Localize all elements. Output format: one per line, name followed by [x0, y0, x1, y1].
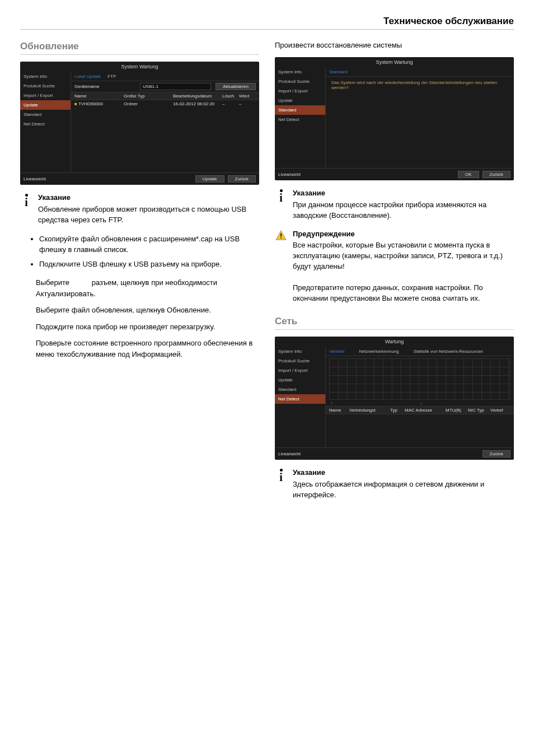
nav-item[interactable]: Import / Export — [275, 366, 325, 375]
confirm-message: Das System wird nach der wiederherstellu… — [331, 80, 508, 90]
info-icon: i — [279, 469, 283, 482]
warning-icon — [275, 230, 287, 240]
nav-item[interactable]: Update — [20, 100, 71, 110]
table-row[interactable]: ■ TVHD80000 Ordner 16-02-2012 08:02:20 –… — [71, 100, 259, 108]
note-title: Указание — [38, 193, 259, 203]
paragraph: Выберите разъем, щелкнув при необходимос… — [20, 277, 259, 299]
nav-item[interactable]: Net Detect — [275, 115, 325, 124]
th: Wied — [239, 94, 256, 99]
tab-standard[interactable]: Standard — [329, 69, 347, 74]
note-block: i Указание Здесь отображается информация… — [275, 468, 514, 501]
folder-icon: ■ — [74, 101, 78, 106]
warning-title: Предупреждение — [293, 229, 514, 240]
table-header: Name Größe Typ Bearbeitungsdatum Lösch W… — [71, 92, 259, 100]
chart-markers: ↑ ↓ — [326, 401, 514, 406]
warning-body: Все настройки, которые Вы установили с м… — [293, 241, 503, 270]
refresh-button[interactable]: Aktualisieren — [216, 83, 256, 90]
page-title: Техническое обслуживание — [20, 16, 514, 30]
info-icon: i — [25, 194, 28, 207]
nav-item[interactable]: System Info — [20, 72, 71, 81]
paragraph: Подождите пока прибор не произведет пере… — [20, 321, 259, 333]
tab-local-update[interactable]: Lokal Update — [74, 74, 101, 79]
intro-text: Произвести восстановление системы — [275, 41, 514, 49]
section-update: Обновление — [20, 41, 259, 55]
nav-item[interactable]: System Info — [275, 67, 325, 77]
note-block: i Указание При данном процессе настройки… — [275, 188, 514, 221]
shot-title: Wartung — [275, 337, 514, 347]
left-column: Обновление System Wartung System Info Pr… — [20, 41, 259, 508]
list-item: Скопируйте файл обновления с расширением… — [39, 234, 259, 255]
nav-item[interactable]: Update — [275, 375, 325, 385]
screenshot-update: System Wartung System Info Protokoll Suc… — [20, 62, 259, 185]
back-button[interactable]: Zurück — [228, 175, 256, 183]
th: Bearbeitungsdatum — [173, 94, 222, 99]
cell: – — [222, 101, 239, 106]
tab-resources[interactable]: Statistik von Netzwerk-Ressourcen — [414, 349, 483, 354]
note-block: i Указание Обновление приборов может про… — [20, 193, 259, 226]
device-label: Gerätename — [74, 84, 140, 89]
th: Name — [329, 408, 349, 413]
th: Name — [74, 94, 124, 99]
nav-item[interactable]: Standard — [275, 105, 325, 115]
upload-icon: ↑ — [330, 401, 332, 406]
shot-nav: System Info Protokoll Suche Import / Exp… — [20, 72, 71, 172]
shot-nav: System Info Protokoll Suche Import / Exp… — [275, 67, 326, 168]
note-body: Обновление приборов может производиться … — [38, 205, 246, 224]
th: Verbindungst — [349, 408, 390, 413]
nav-item[interactable]: Protokoll Suche — [275, 77, 325, 86]
note-title: Указание — [293, 468, 514, 478]
note-title: Указание — [293, 188, 514, 199]
update-button[interactable]: Update — [195, 175, 224, 183]
cell: 16-02-2012 08:02:20 — [173, 101, 222, 106]
svg-rect-1 — [280, 233, 282, 236]
paragraph: Выберите файл обновления, щелкнув Обновл… — [20, 305, 259, 316]
th: MAC Adresse — [405, 408, 446, 413]
screenshot-standard: System Wartung System Info Protokoll Suc… — [275, 57, 514, 180]
nav-item[interactable]: Standard — [275, 385, 325, 394]
tab-traffic[interactable]: Verkehr — [329, 349, 345, 354]
list-item: Подключите USB флешку к USB разъему на п… — [39, 259, 259, 270]
note-body: При данном процессе настройки прибора из… — [293, 200, 486, 220]
th: Größe Typ — [124, 94, 173, 99]
traffic-chart — [329, 358, 510, 400]
nav-item[interactable]: Net Detect — [275, 394, 325, 404]
cell: TVHD80000 — [78, 101, 103, 106]
svg-rect-2 — [280, 237, 282, 239]
tab-netdetect[interactable]: Netzwerkerkennung — [359, 349, 399, 354]
right-column: Произвести восстановление системы System… — [275, 41, 514, 508]
liveview-link[interactable]: Liveansicht — [278, 451, 301, 456]
nav-item[interactable]: System Info — [275, 347, 325, 356]
th: Typ — [390, 408, 405, 413]
liveview-link[interactable]: Liveansicht — [24, 176, 46, 181]
nav-item[interactable]: Protokoll Suche — [20, 81, 71, 91]
download-icon: ↓ — [420, 401, 422, 406]
bullet-list: Скопируйте файл обновления с расширением… — [20, 234, 259, 270]
nav-item[interactable]: Update — [275, 96, 325, 105]
shot-title: System Wartung — [275, 57, 514, 67]
warning-body-2: Предотвратите потерю данных, сохранив на… — [293, 283, 483, 302]
back-button[interactable]: Zurück — [483, 171, 510, 178]
th: NIC Typ — [468, 408, 490, 413]
nav-item[interactable]: Standard — [20, 110, 71, 119]
nav-item[interactable]: Net Detect — [20, 119, 71, 129]
device-dropdown[interactable]: USB1-1 — [140, 83, 211, 90]
nav-item[interactable]: Import / Export — [20, 91, 71, 100]
cell: – — [239, 101, 256, 106]
warning-block: Предупреждение Все настройки, которые Вы… — [275, 229, 514, 304]
table-header: Name Verbindungst Typ MAC Adresse MTU(B)… — [326, 406, 514, 414]
nav-item[interactable]: Import / Export — [275, 86, 325, 96]
th: MTU(B) — [446, 408, 468, 413]
screenshot-network: Wartung System Info Protokoll Suche Impo… — [275, 337, 514, 460]
liveview-link[interactable]: Liveansicht — [278, 172, 301, 177]
nav-item[interactable]: Protokoll Suche — [275, 356, 325, 366]
section-network: Сеть — [275, 316, 514, 330]
tab-ftp[interactable]: FTP — [107, 74, 116, 79]
back-button[interactable]: Zurück — [483, 450, 510, 458]
ok-button[interactable]: OK — [458, 171, 479, 178]
paragraph: Проверьте состояние встроенного программ… — [20, 338, 259, 360]
shot-title: System Wartung — [20, 62, 259, 72]
th: Verkef — [490, 408, 510, 413]
th: Lösch — [222, 94, 239, 99]
info-icon: i — [279, 189, 283, 203]
cell: Ordner — [124, 101, 173, 106]
